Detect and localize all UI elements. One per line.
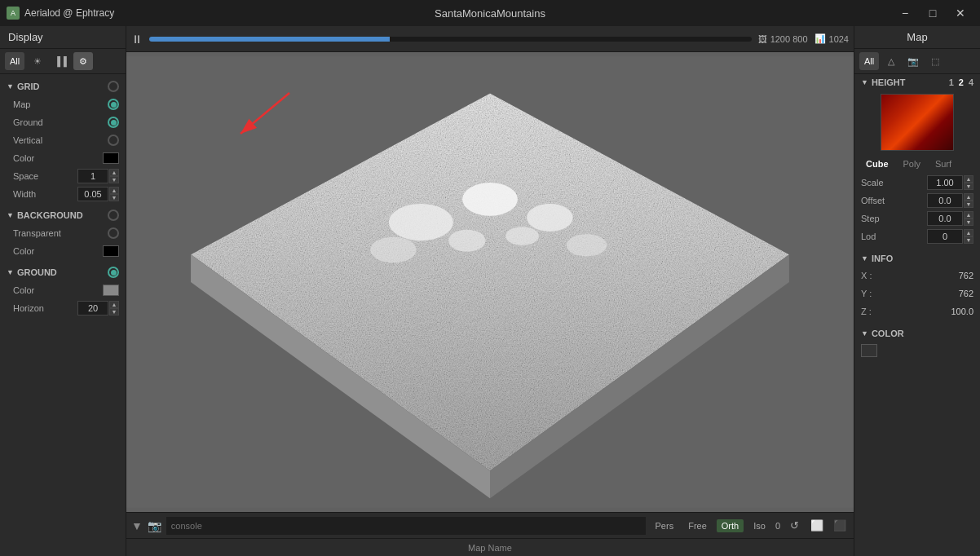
bottom-chevron-icon[interactable]: ▼ [131,519,143,532]
lod-down-arrow[interactable]: ▼ [964,236,973,244]
scale-up-arrow[interactable]: ▲ [964,175,973,183]
step-down-arrow[interactable]: ▼ [964,218,973,226]
grid-color-label: Color [13,153,103,163]
right-layers-button[interactable]: ⬚ [925,52,945,70]
quality-value: 1024 [829,34,849,44]
scale-input[interactable] [927,175,963,190]
cube-tabs: Cube Poly Surf [854,154,980,174]
grid-space-up-arrow[interactable]: ▲ [109,169,119,176]
lod-input[interactable] [927,229,963,244]
height-nums: 1 2 4 [949,77,973,87]
view-orth-button[interactable]: Orth [717,519,744,532]
offset-up-arrow[interactable]: ▲ [964,193,973,201]
scale-down-arrow[interactable]: ▼ [964,183,973,190]
grid-vertical-radio[interactable] [108,135,119,146]
titlebar-left: A Aerialod @ Ephtracy [7,7,114,20]
view-pers-button[interactable]: Pers [651,519,679,532]
ground-horizon-up-arrow[interactable]: ▲ [109,301,119,308]
sun-icon-button[interactable]: ☀ [28,52,47,70]
info-z-value: 100.0 [917,307,973,316]
pause-button[interactable]: ⏸ [131,33,143,46]
gear-icon-button[interactable]: ⚙ [73,52,93,70]
maximize-button[interactable]: □ [920,0,946,26]
minimize-button[interactable]: − [892,0,918,26]
step-spin-arrows: ▲ ▼ [964,211,973,226]
display-panel-title: Display [0,26,126,49]
ground-section-header[interactable]: ▼ GROUND [0,263,126,281]
lod-label: Lod [861,232,927,241]
ground-horizon-down-arrow[interactable]: ▼ [109,308,119,316]
grid-vertical-label: Vertical [13,135,108,145]
main-layout: Display All ☀ ▐▐ ⚙ ▼ GRID Map Ground [0,26,980,556]
console-input[interactable] [166,517,646,535]
info-y-value: 762 [917,289,973,298]
grid-width-up-arrow[interactable]: ▲ [109,187,119,194]
image-icon: 🖼 [758,34,767,44]
lod-up-arrow[interactable]: ▲ [964,229,973,236]
grid-ground-radio[interactable] [108,117,119,128]
left-panel: Display All ☀ ▐▐ ⚙ ▼ GRID Map Ground [0,26,126,556]
grid-map-radio[interactable] [108,99,119,110]
view-iso-button[interactable]: Iso [748,519,770,532]
grid-width-down-arrow[interactable]: ▼ [109,194,119,201]
background-transparent-radio[interactable] [108,227,119,239]
ground-color-label: Color [13,285,103,295]
right-triangle-button[interactable]: △ [881,52,901,70]
svg-point-10 [370,237,416,263]
viewport[interactable] [126,52,854,512]
grid-radio[interactable] [108,81,119,92]
camera-icon[interactable]: 📷 [148,519,161,532]
grid-color-swatch[interactable] [103,152,119,164]
grid-width-input[interactable] [77,187,108,201]
view-free-button[interactable]: Free [683,519,712,532]
grid-section-header[interactable]: ▼ GRID [0,77,126,95]
close-button[interactable]: ✕ [947,0,973,26]
bottom-bar: ▼ 📷 Pers Free Orth Iso 0 ↺ ⬜ ⬛ [126,512,854,538]
offset-down-arrow[interactable]: ▼ [964,201,973,208]
background-section-header[interactable]: ▼ BACKGROUND [0,206,126,224]
ground-toggle[interactable] [108,267,119,278]
color-picker-swatch[interactable] [861,344,877,357]
step-up-arrow[interactable]: ▲ [964,211,973,218]
info-y-row: Y : 762 [854,285,980,302]
height-arrow-icon: ▼ [861,78,868,86]
poly-tab[interactable]: Poly [897,157,927,170]
ground-horizon-input[interactable] [77,301,108,316]
grid-space-down-arrow[interactable]: ▼ [109,176,119,183]
height-num-4[interactable]: 4 [969,77,973,87]
height-num-1[interactable]: 1 [949,77,954,87]
all-button[interactable]: All [5,52,24,70]
surf-tab[interactable]: Surf [929,157,958,170]
info-label: INFO [872,254,893,263]
background-arrow-icon: ▼ [7,211,14,219]
background-label: BACKGROUND [17,210,83,220]
reset-view-button[interactable]: ↺ [785,517,803,535]
ground-color-swatch[interactable] [103,285,119,296]
grid-toggle[interactable] [108,81,119,92]
step-row: Step ▲ ▼ [854,210,980,227]
right-all-button[interactable]: All [859,52,879,70]
step-input[interactable] [927,211,963,226]
cube-view-button[interactable]: ⬛ [831,517,849,535]
ground-arrow-icon: ▼ [7,268,14,276]
ground-radio[interactable] [108,267,119,278]
height-thumbnail[interactable] [881,94,954,151]
background-color-swatch[interactable] [103,245,119,257]
height-section-header[interactable]: ▼ HEIGHT 1 2 4 [854,74,980,90]
background-toggle[interactable] [108,210,119,221]
bar-chart-button[interactable]: ▐▐ [51,52,70,70]
info-section-header[interactable]: ▼ INFO [854,250,980,267]
cube-tab[interactable]: Cube [859,157,895,170]
color-section-header[interactable]: ▼ COLOR [854,325,980,342]
step-spinbox: ▲ ▼ [927,211,973,226]
info-x-value: 762 [917,271,973,280]
right-camera-button[interactable]: 📷 [903,52,923,70]
background-radio[interactable] [108,210,119,221]
height-label: HEIGHT [872,77,906,87]
offset-input[interactable] [927,193,963,208]
svg-point-8 [448,230,485,252]
height-num-2[interactable]: 2 [959,77,964,87]
grid-width-spin-arrows: ▲ ▼ [109,187,119,201]
grid-space-input[interactable] [77,169,108,183]
save-view-button[interactable]: ⬜ [808,517,826,535]
